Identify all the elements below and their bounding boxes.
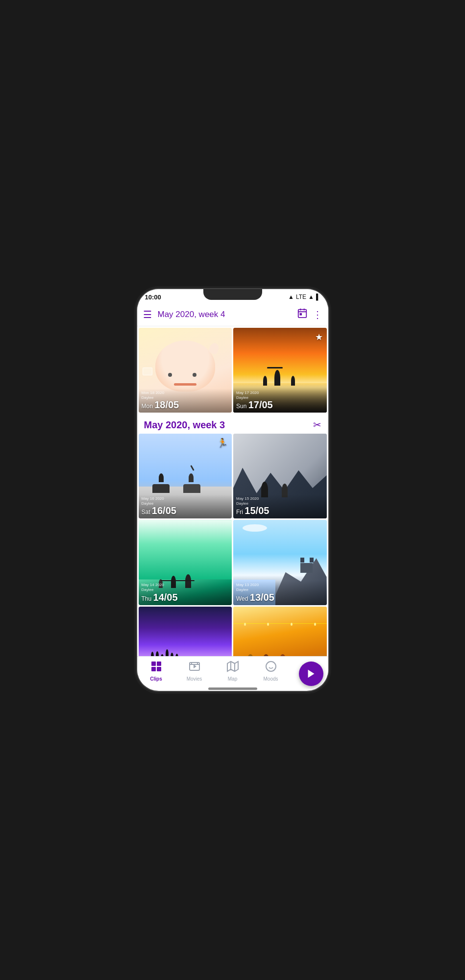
photo-overlay-may14: May 14 2020Daylee Thu 14/05 xyxy=(139,581,232,605)
notch xyxy=(203,289,262,300)
photo-card-may11[interactable]: May 11 2020Daylee Mon 11/05 xyxy=(233,607,327,656)
toolbar: ☰ May 2020, week 4 ⋮ xyxy=(137,303,328,326)
nav-item-moods[interactable]: Moods xyxy=(252,661,290,682)
photo-card-may13[interactable]: May 13 2020Daylee Wed 13/05 xyxy=(233,520,327,605)
photo-overlay-may17: May 17 2020 Daylee Sun 17/05 xyxy=(233,389,327,413)
photo-meta-may15: May 15 2020Daylee xyxy=(236,496,324,506)
moods-label: Moods xyxy=(263,676,278,682)
photo-overlay-may18: Mon 18 2020 Daylee Mon 18/05 xyxy=(139,389,232,413)
movies-label: Movies xyxy=(187,676,202,682)
photo-date-may13: Wed 13/05 xyxy=(236,592,324,602)
photo-date-may16: Sat 16/05 xyxy=(142,506,229,515)
toolbar-title: May 2020, week 4 xyxy=(158,310,292,319)
svg-rect-6 xyxy=(151,662,156,666)
svg-rect-4 xyxy=(300,314,301,315)
phone-shell: 10:00 ▲ LTE ▲ ▌ ☰ May 2020, week 4 xyxy=(137,289,328,691)
photo-card-may15[interactable]: May 15 2020Daylee Fri 15/05 xyxy=(233,434,327,518)
status-time: 10:00 xyxy=(145,294,161,301)
photo-date-may14: Thu 14/05 xyxy=(142,592,229,602)
week3-scissors-icon[interactable]: ✂ xyxy=(313,419,321,431)
svg-point-18 xyxy=(266,662,276,671)
activity-icon-may16: 🏃 xyxy=(217,438,228,448)
week3-section: May 2020, week 3 ✂ xyxy=(137,414,328,656)
photo-date-may18: Mon 18/05 xyxy=(142,400,229,410)
photo-overlay-may16: May 16 2020Daylee Sat 16/05 xyxy=(139,494,232,518)
nav-item-clips[interactable]: Clips xyxy=(137,661,175,682)
clips-label: Clips xyxy=(150,676,162,682)
photo-card-may14[interactable]: May 14 2020Daylee Thu 14/05 xyxy=(139,520,232,605)
svg-rect-7 xyxy=(157,662,161,666)
home-indicator xyxy=(208,687,257,690)
map-icon xyxy=(227,661,239,675)
photo-thumbnail-icon xyxy=(143,368,152,375)
photo-meta-may18: Mon 18 2020 Daylee xyxy=(142,391,229,400)
week3-title: May 2020, week 3 xyxy=(144,419,225,431)
photo-card-may18[interactable]: Mon 18 2020 Daylee Mon 18/05 xyxy=(139,328,232,413)
photo-meta-may14: May 14 2020Daylee xyxy=(142,583,229,592)
star-icon-may17: ★ xyxy=(315,332,323,343)
photo-card-may17[interactable]: ★ May 17 2020 Daylee Sun 17/05 xyxy=(233,328,327,413)
photo-date-may15: Fri 15/05 xyxy=(236,506,324,515)
menu-icon[interactable]: ☰ xyxy=(143,309,152,320)
photo-meta-may17: May 17 2020 Daylee xyxy=(236,391,324,400)
nav-item-movies[interactable]: Movies xyxy=(175,661,214,682)
nav-item-map[interactable]: Map xyxy=(214,661,252,682)
wifi-icon: ▲ xyxy=(288,294,294,300)
photo-meta-may16: May 16 2020Daylee xyxy=(142,496,229,506)
svg-rect-0 xyxy=(298,310,306,318)
toolbar-more-icon[interactable]: ⋮ xyxy=(313,309,322,320)
movies-icon xyxy=(189,661,200,675)
week3-header: May 2020, week 3 ✂ xyxy=(137,414,328,434)
lte-label: LTE xyxy=(296,294,306,300)
scroll-area[interactable]: Mon 18 2020 Daylee Mon 18/05 xyxy=(137,326,328,656)
photo-card-may12[interactable]: May 12 2020Daylee Tue 12/05 xyxy=(139,607,232,656)
photo-card-may16[interactable]: 🏃 May 16 2020Daylee Sat 16/05 xyxy=(139,434,232,518)
svg-rect-9 xyxy=(157,667,161,671)
photo-date-may17: Sun 17/05 xyxy=(236,400,324,410)
signal-icon: ▲ xyxy=(308,294,314,300)
svg-marker-11 xyxy=(194,664,196,668)
phone-screen: 10:00 ▲ LTE ▲ ▌ ☰ May 2020, week 4 xyxy=(137,289,328,691)
clips-icon xyxy=(150,661,162,675)
svg-rect-8 xyxy=(151,667,156,671)
svg-marker-15 xyxy=(227,662,238,671)
photo-meta-may13: May 13 2020Daylee xyxy=(236,583,324,592)
week3-photo-grid: 🏃 May 16 2020Daylee Sat 16/05 xyxy=(137,434,328,656)
moods-icon xyxy=(265,661,277,675)
map-label: Map xyxy=(228,676,237,682)
status-icons: ▲ LTE ▲ ▌ xyxy=(288,294,320,300)
calendar-icon[interactable] xyxy=(297,308,308,321)
battery-icon: ▌ xyxy=(316,294,320,300)
photo-overlay-may15: May 15 2020Daylee Fri 15/05 xyxy=(233,494,327,518)
photo-overlay-may13: May 13 2020Daylee Wed 13/05 xyxy=(233,581,327,605)
week4-section: Mon 18 2020 Daylee Mon 18/05 xyxy=(137,326,328,414)
